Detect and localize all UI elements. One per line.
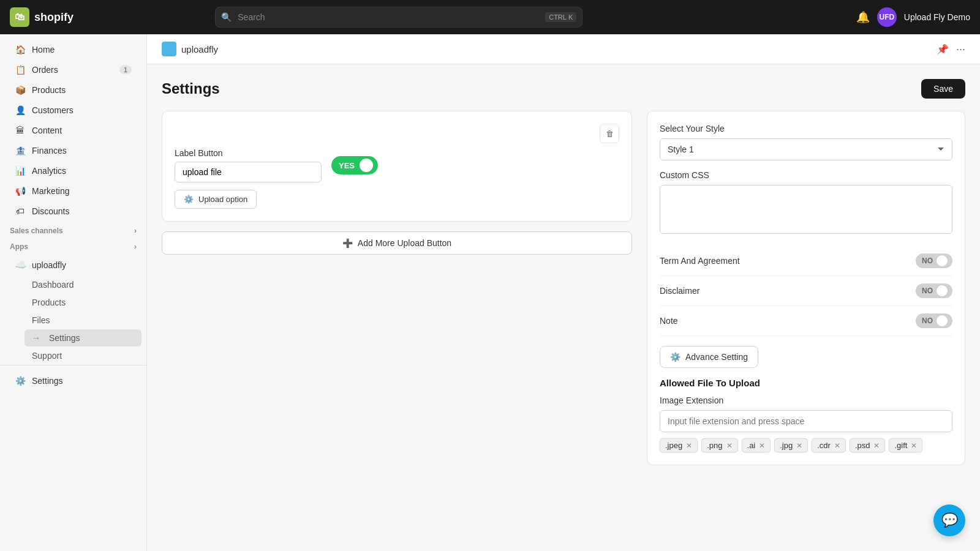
finances-icon: 🏦 <box>15 146 26 156</box>
discounts-icon: 🏷 <box>15 206 26 216</box>
tag-jpg-remove[interactable]: ✕ <box>796 441 802 450</box>
sidebar-item-finances[interactable]: 🏦 Finances <box>5 141 141 160</box>
tag-jpeg: .jpeg ✕ <box>660 438 698 452</box>
tag-psd-remove[interactable]: ✕ <box>873 441 880 450</box>
content-icon: 🏛 <box>15 126 26 135</box>
sidebar-label-customers: Customers <box>32 105 74 115</box>
upload-option-button[interactable]: ⚙️ Upload option <box>175 190 257 209</box>
advance-setting-button[interactable]: ⚙️ Advance Setting <box>660 346 758 368</box>
user-name: Upload Fly Demo <box>904 12 970 22</box>
sidebar-item-uploadfly[interactable]: ☁️ uploadfly <box>5 254 141 276</box>
orders-badge: 1 <box>119 66 132 74</box>
note-label: Note <box>660 316 678 326</box>
upload-card-header: 🗑 <box>175 124 619 143</box>
sales-channels-section: Sales channels › <box>0 222 146 238</box>
sidebar-sub-files[interactable]: Files <box>24 312 141 329</box>
note-toggle-row: Note NO <box>660 306 952 336</box>
disclaimer-toggle[interactable]: NO <box>916 283 952 298</box>
sidebar-sub-dashboard[interactable]: Dashboard <box>24 276 141 293</box>
tag-png: .png ✕ <box>701 438 737 452</box>
shopify-bag-icon: 🛍 <box>10 7 29 27</box>
sidebar-sub-support[interactable]: Support <box>24 347 141 364</box>
bell-icon[interactable]: 🔔 <box>856 10 870 24</box>
css-label: Custom CSS <box>660 170 952 180</box>
sidebar-item-products[interactable]: 📦 Products <box>5 80 141 100</box>
extension-tags: .jpeg ✕ .png ✕ .ai ✕ <box>660 438 952 452</box>
custom-css-input[interactable] <box>660 185 952 234</box>
products-icon: 📦 <box>15 85 26 95</box>
apps-expand-icon[interactable]: › <box>134 242 137 251</box>
sidebar-label-settings: Settings <box>49 333 80 343</box>
tag-ai-remove[interactable]: ✕ <box>759 441 765 450</box>
advance-gear-icon: ⚙️ <box>670 352 680 362</box>
plus-circle-icon: ➕ <box>342 238 353 248</box>
sidebar-item-discounts[interactable]: 🏷 Discounts <box>5 201 141 221</box>
advance-label: Advance Setting <box>685 352 748 362</box>
sidebar-label-discounts: Discounts <box>32 206 69 216</box>
label-group: Label Button <box>175 148 322 182</box>
label-button-title: Label Button <box>175 148 322 158</box>
sidebar-item-home[interactable]: 🏠 Home <box>5 40 141 59</box>
left-panel: 🗑 Label Button YES <box>162 111 632 465</box>
tag-jpeg-remove[interactable]: ✕ <box>686 441 692 450</box>
extension-input[interactable] <box>660 410 952 432</box>
right-panel: Select Your Style Style 1 Style 2 Style … <box>647 111 965 465</box>
search-bar: 🔍 CTRLK <box>215 7 582 28</box>
add-more-button[interactable]: ➕ Add More Upload Button <box>162 231 632 255</box>
term-toggle[interactable]: NO <box>916 253 952 268</box>
note-toggle-value: NO <box>922 317 933 325</box>
marketing-icon: 📢 <box>15 186 26 196</box>
avatar[interactable]: UFD <box>877 7 897 27</box>
note-toggle-circle <box>937 315 948 326</box>
settings-card: Select Your Style Style 1 Style 2 Style … <box>647 111 965 465</box>
tag-ai: .ai ✕ <box>742 438 771 452</box>
sidebar-label-marketing: Marketing <box>32 186 69 196</box>
app-header: uploadfly 📌 ··· <box>147 34 980 64</box>
sidebar-label-sub-products: Products <box>32 298 66 307</box>
chat-bubble[interactable]: 💬 <box>933 504 965 536</box>
note-toggle[interactable]: NO <box>916 313 952 328</box>
disclaimer-toggle-row: Disclaimer NO <box>660 276 952 306</box>
sidebar-label-orders: Orders <box>32 65 58 75</box>
page-title: Settings <box>162 80 220 97</box>
sidebar-item-marketing[interactable]: 📢 Marketing <box>5 181 141 201</box>
app-brand-name: uploadfly <box>181 44 218 54</box>
customers-icon: 👤 <box>15 105 26 115</box>
page-title-row: Settings Save <box>162 79 965 99</box>
sidebar: 🏠 Home 📋 Orders 1 📦 Products 👤 Customers… <box>0 34 147 551</box>
sidebar-item-orders[interactable]: 📋 Orders 1 <box>5 60 141 80</box>
sidebar-item-content[interactable]: 🏛 Content <box>5 121 141 140</box>
upload-option-label: Upload option <box>198 195 247 204</box>
sidebar-item-bottom-settings[interactable]: ⚙️ Settings <box>5 371 141 391</box>
yes-toggle[interactable]: YES <box>331 156 378 174</box>
more-icon[interactable]: ··· <box>956 43 965 56</box>
term-toggle-row: Term And Agreement NO <box>660 246 952 276</box>
pin-icon[interactable]: 📌 <box>937 43 949 55</box>
chat-icon: 💬 <box>941 512 958 528</box>
sidebar-sub-settings[interactable]: → Settings <box>24 329 141 347</box>
sidebar-label-files: Files <box>32 315 50 325</box>
tag-jpg: .jpg ✕ <box>774 438 808 452</box>
home-icon: 🏠 <box>15 45 26 54</box>
tag-gift-remove[interactable]: ✕ <box>911 441 917 450</box>
label-input[interactable] <box>175 162 322 182</box>
sidebar-item-analytics[interactable]: 📊 Analytics <box>5 161 141 181</box>
tag-png-remove[interactable]: ✕ <box>726 441 733 450</box>
uploadfly-sub-menu: Dashboard Products Files → Settings Supp… <box>0 276 146 364</box>
save-button[interactable]: Save <box>921 79 965 99</box>
search-input[interactable] <box>215 7 582 28</box>
term-toggle-value: NO <box>922 257 933 265</box>
delete-button[interactable]: 🗑 <box>600 124 619 143</box>
add-more-label: Add More Upload Button <box>358 238 451 248</box>
sidebar-sub-products[interactable]: Products <box>24 294 141 311</box>
uploadfly-icon: ☁️ <box>15 259 26 271</box>
allowed-title: Allowed File To Upload <box>660 378 952 388</box>
sidebar-label-support: Support <box>32 351 62 361</box>
style-select[interactable]: Style 1 Style 2 Style 3 <box>660 138 952 160</box>
sidebar-item-customers[interactable]: 👤 Customers <box>5 100 141 120</box>
sidebar-label-content: Content <box>32 126 62 135</box>
sales-channels-expand-icon[interactable]: › <box>134 227 137 235</box>
gear-icon: ⚙️ <box>184 195 194 204</box>
settings-icon: ⚙️ <box>15 376 26 386</box>
tag-cdr-remove[interactable]: ✕ <box>834 441 840 450</box>
